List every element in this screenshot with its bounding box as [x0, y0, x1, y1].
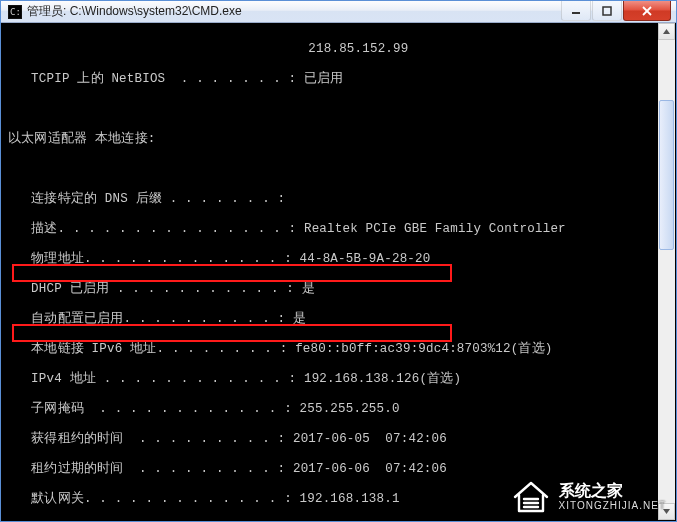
- terminal-output[interactable]: 218.85.152.99 TCPIP 上的 NetBIOS . . . . .…: [8, 27, 653, 517]
- cmd-icon: C:: [7, 4, 23, 20]
- output-line: DHCP 已启用 . . . . . . . . . . . : 是: [8, 282, 653, 297]
- watermark-url: XITONGZHIJIA.NET: [559, 500, 667, 511]
- vertical-scrollbar[interactable]: [658, 23, 675, 520]
- scroll-up-button[interactable]: [658, 23, 675, 40]
- titlebar[interactable]: C: 管理员: C:\Windows\system32\CMD.exe: [1, 1, 676, 23]
- scroll-thumb[interactable]: [659, 100, 674, 250]
- watermark: 系统之家 XITONGZHIJIA.NET: [509, 477, 667, 515]
- cmd-window: C: 管理员: C:\Windows\system32\CMD.exe 218.…: [0, 0, 677, 522]
- maximize-button[interactable]: [592, 1, 622, 21]
- minimize-button[interactable]: [561, 1, 591, 21]
- house-icon: [509, 477, 553, 515]
- output-line: [8, 162, 653, 177]
- output-line: 子网掩码 . . . . . . . . . . . . : 255.255.2…: [8, 402, 653, 417]
- scroll-track[interactable]: [658, 40, 675, 503]
- adapter-header: 以太网适配器 本地连接:: [8, 132, 653, 147]
- output-line: [8, 102, 653, 117]
- watermark-title: 系统之家: [559, 482, 667, 500]
- svg-text:C:: C:: [10, 7, 21, 17]
- output-line: 描述. . . . . . . . . . . . . . . : Realte…: [8, 222, 653, 237]
- output-line: IPv4 地址 . . . . . . . . . . . . : 192.16…: [8, 372, 653, 387]
- svg-marker-7: [663, 29, 670, 34]
- output-line: 218.85.152.99: [8, 42, 653, 57]
- window-buttons: [561, 1, 676, 22]
- svg-rect-4: [603, 7, 611, 15]
- output-line: 本地链接 IPv6 地址. . . . . . . . : fe80::b0ff…: [8, 342, 653, 357]
- output-line: 连接特定的 DNS 后缀 . . . . . . . :: [8, 192, 653, 207]
- close-button[interactable]: [623, 1, 671, 21]
- output-line: 自动配置已启用. . . . . . . . . . : 是: [8, 312, 653, 327]
- output-line: TCPIP 上的 NetBIOS . . . . . . . : 已启用: [8, 72, 653, 87]
- output-line: 租约过期的时间 . . . . . . . . . : 2017-06-06 0…: [8, 462, 653, 477]
- watermark-text: 系统之家 XITONGZHIJIA.NET: [559, 482, 667, 511]
- output-line: 获得租约的时间 . . . . . . . . . : 2017-06-05 0…: [8, 432, 653, 447]
- output-line: 物理地址. . . . . . . . . . . . . : 44-8A-5B…: [8, 252, 653, 267]
- window-title: 管理员: C:\Windows\system32\CMD.exe: [27, 3, 561, 20]
